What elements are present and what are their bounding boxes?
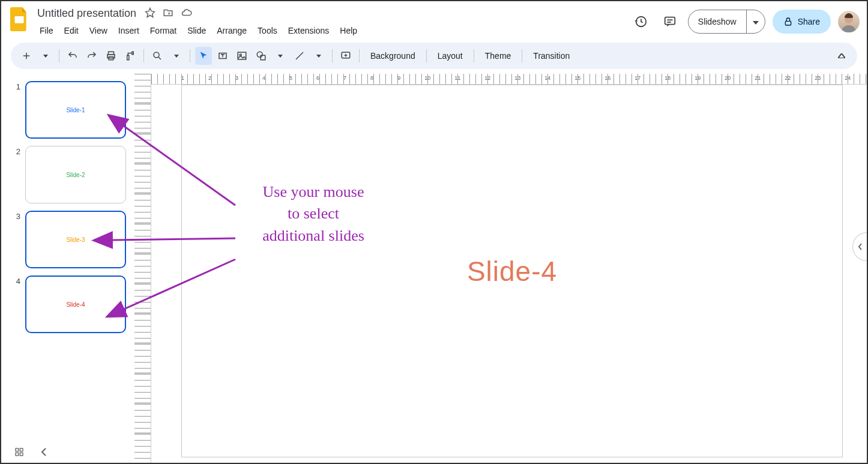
svg-rect-30 [16,453,19,456]
svg-point-12 [154,52,159,58]
ruler-tick: 21 [755,75,761,81]
print-icon[interactable] [103,47,119,65]
slides-app-icon[interactable] [8,8,30,30]
ruler-tick: 11 [454,75,460,81]
ruler-tick: 16 [604,75,610,81]
slide-thumb-3[interactable]: Slide-3 [25,211,126,268]
svg-point-19 [257,52,262,57]
svg-rect-31 [20,453,23,456]
ruler-tick: 10 [424,75,430,81]
ruler-tick: 9 [397,75,400,81]
ruler-tick: 24 [845,75,851,81]
svg-rect-17 [238,52,246,59]
ruler-tick: 2 [208,75,211,81]
cloud-icon[interactable] [181,7,193,20]
line-dropdown-icon[interactable] [310,47,327,65]
slideshow-button[interactable]: Slideshow [688,10,765,34]
grid-view-icon[interactable] [14,447,24,459]
layout-button[interactable]: Layout [432,51,469,61]
menu-edit[interactable]: Edit [59,23,83,38]
slide-number: 2 [13,146,20,156]
shape-icon[interactable] [253,47,270,65]
thumb-label: Slide-3 [66,237,85,243]
menubar: File Edit View Insert Format Slide Arran… [35,23,362,38]
ruler-tick: 6 [316,75,319,81]
ruler-tick: 13 [514,75,520,81]
ruler-tick: 17 [634,75,640,81]
background-button[interactable]: Background [364,51,421,61]
ruler-tick: 14 [544,75,550,81]
menu-insert[interactable]: Insert [113,23,144,38]
slide-thumb-1[interactable]: Slide-1 [25,81,126,139]
new-slide-dropdown-icon[interactable] [37,47,54,65]
menu-format[interactable]: Format [145,23,181,38]
redo-icon[interactable] [83,47,100,65]
ruler-tick: 5 [289,75,292,81]
ruler-tick: 7 [343,75,346,81]
lock-icon [783,17,793,26]
filmstrip: 1 Slide-1 2 Slide-2 3 Slide-3 4 Slide-4 [1,74,134,463]
ruler-tick: 4 [262,75,265,81]
prev-slide-icon[interactable] [41,448,47,459]
slide-number: 4 [13,276,20,286]
menu-view[interactable]: View [85,23,112,38]
ruler-tick: 23 [815,75,821,81]
history-icon[interactable] [630,11,652,32]
canvas-slide-title: Slide-4 [467,255,557,288]
slideshow-dropdown-icon[interactable] [747,16,765,27]
thumb-label: Slide-2 [66,172,85,178]
svg-rect-11 [127,55,129,60]
slide-thumb-2[interactable]: Slide-2 [25,146,126,203]
menu-extensions[interactable]: Extensions [283,23,334,38]
thumb-label: Slide-1 [66,107,85,113]
ruler-tick: 22 [785,75,791,81]
svg-line-21 [296,52,303,59]
zoom-icon[interactable] [149,47,166,65]
svg-rect-20 [261,55,265,60]
theme-button[interactable]: Theme [479,51,517,61]
ruler-tick: 12 [484,75,490,81]
slide-number: 1 [13,81,20,91]
ruler-tick: 19 [695,75,701,81]
ruler-tick: 20 [725,75,731,81]
image-icon[interactable] [234,47,250,65]
new-slide-button[interactable] [18,47,35,65]
comment-add-icon[interactable] [337,47,354,65]
svg-line-13 [158,57,161,59]
horizontal-ruler: 1234567891011121314151617181920212223242… [151,74,867,85]
star-icon[interactable] [145,7,155,20]
transition-button[interactable]: Transition [527,51,576,61]
doc-title[interactable]: Untitled presentation [35,6,139,21]
paint-format-icon[interactable] [122,47,139,65]
share-label: Share [798,17,820,26]
zoom-dropdown-icon[interactable] [168,47,185,65]
select-tool-icon[interactable] [195,47,212,65]
share-button[interactable]: Share [773,10,831,34]
line-icon[interactable] [291,47,308,65]
undo-icon[interactable] [64,47,81,65]
comments-icon[interactable] [659,11,681,32]
menu-tools[interactable]: Tools [253,23,282,38]
svg-rect-4 [785,21,791,25]
svg-rect-28 [16,448,19,451]
slide-canvas[interactable]: Slide-4 [181,85,843,457]
menu-arrange[interactable]: Arrange [212,23,252,38]
slide-thumb-4[interactable]: Slide-4 [25,276,126,333]
ruler-tick: 3 [235,75,238,81]
collapse-toolbar-icon[interactable] [833,47,850,65]
menu-file[interactable]: File [35,23,58,38]
slideshow-label[interactable]: Slideshow [689,10,747,33]
svg-rect-0 [15,16,24,23]
move-icon[interactable] [163,7,173,20]
avatar[interactable] [838,11,860,32]
textbox-icon[interactable] [214,47,231,65]
thumb-label: Slide-4 [66,301,85,308]
shape-dropdown-icon[interactable] [272,47,289,65]
ruler-tick: 8 [370,75,373,81]
menu-slide[interactable]: Slide [182,23,211,38]
slide-number: 3 [13,211,20,221]
vertical-ruler [134,74,151,463]
menu-help[interactable]: Help [335,23,362,38]
svg-rect-29 [20,448,23,451]
toolbar: Background Layout Theme Transition [11,43,857,69]
